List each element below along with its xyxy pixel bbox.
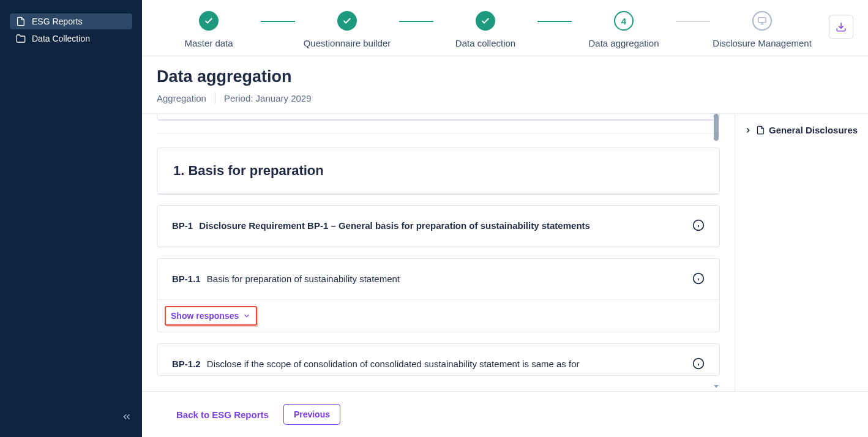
requirement-text: Disclosure Requirement BP-1 – General ba… (199, 220, 590, 231)
scrollbar-down-arrow[interactable] (714, 385, 719, 390)
file-icon (756, 125, 765, 135)
step-disclosure-management[interactable]: Disclosure Management (710, 11, 814, 48)
content-side-panel: General Disclosures (735, 114, 868, 391)
step-connector (537, 21, 572, 22)
requirement-card-bp-1: BP-1 Disclosure Requirement BP-1 – Gener… (157, 205, 720, 247)
info-icon[interactable] (692, 272, 705, 285)
presentation-icon (757, 16, 767, 26)
step-label: Questionnaire builder (304, 38, 391, 48)
requirement-code: BP-1.2 (172, 359, 201, 369)
download-icon (836, 21, 847, 32)
step-master-data[interactable]: Master data (157, 11, 261, 48)
requirement-code: BP-1 (172, 220, 193, 231)
chevron-right-icon (744, 126, 752, 135)
sidebar-item-data-collection[interactable]: Data Collection (10, 31, 132, 47)
sidebar-item-label: ESG Reports (32, 17, 82, 26)
requirement-footer: Show responses (157, 299, 719, 332)
requirement-code: BP-1.1 (172, 274, 201, 284)
requirement-text: Basis for preparation of sustainability … (207, 274, 400, 284)
side-item-general-disclosures[interactable]: General Disclosures (744, 125, 859, 135)
back-to-reports-link[interactable]: Back to ESG Reports (176, 409, 269, 420)
svg-rect-0 (758, 18, 766, 23)
period-label: Period: January 2029 (224, 93, 312, 103)
step-connector (399, 21, 433, 22)
requirement-title: BP-1 Disclosure Requirement BP-1 – Gener… (172, 219, 590, 233)
page-header: Data aggregation Aggregation Period: Jan… (142, 56, 868, 114)
footer: Back to ESG Reports Previous (142, 391, 868, 437)
show-responses-button[interactable]: Show responses (165, 306, 257, 326)
step-data-collection[interactable]: Data collection (433, 11, 537, 48)
step-label: Disclosure Management (713, 38, 812, 48)
section-title: 1. Basis for preparation (173, 163, 703, 179)
main: Master data Questionnaire builder Data c… (142, 0, 868, 437)
step-label: Data aggregation (588, 38, 659, 48)
page-title: Data aggregation (157, 67, 853, 86)
chevron-down-icon (242, 312, 251, 320)
step-questionnaire-builder[interactable]: Questionnaire builder (295, 11, 399, 48)
step-data-aggregation[interactable]: 4 Data aggregation (572, 11, 676, 48)
meta-separator (215, 92, 215, 103)
step-label: Data collection (455, 38, 515, 48)
requirement-title: BP-1.2 Disclose if the scope of consolid… (172, 357, 580, 372)
sidebar-item-esg-reports[interactable]: ESG Reports (10, 13, 132, 29)
sidebar-collapse-button[interactable] (121, 411, 132, 425)
step-label: Master data (184, 38, 233, 48)
download-button[interactable] (829, 15, 853, 39)
requirement-card-bp-1-1: BP-1.1 Basis for preparation of sustaina… (157, 258, 720, 333)
side-item-label: General Disclosures (769, 125, 858, 135)
show-responses-label: Show responses (171, 311, 239, 321)
file-icon (16, 17, 26, 26)
breadcrumb: Aggregation (157, 93, 206, 103)
divider (157, 133, 720, 134)
content-main: 1. Basis for preparation BP-1 Disclosure… (142, 114, 735, 391)
requirement-card-bp-1-2: BP-1.2 Disclose if the scope of consolid… (157, 343, 720, 376)
step-connector (676, 21, 710, 22)
chevrons-left-icon (121, 411, 132, 422)
check-icon (204, 16, 214, 26)
page-meta: Aggregation Period: January 2029 (157, 92, 853, 103)
requirement-title: BP-1.1 Basis for preparation of sustaina… (172, 272, 400, 286)
sidebar-item-label: Data Collection (32, 34, 90, 43)
stepper-row: Master data Questionnaire builder Data c… (142, 0, 868, 56)
sidebar: ESG Reports Data Collection (0, 0, 142, 437)
previous-card-edge (157, 114, 720, 120)
step-connector (261, 21, 295, 22)
info-icon[interactable] (692, 219, 705, 231)
requirement-text: Disclose if the scope of consolidation o… (207, 359, 580, 369)
step-circle (337, 11, 357, 31)
step-circle (476, 11, 495, 31)
step-circle: 4 (614, 11, 634, 31)
check-icon (481, 16, 490, 26)
check-icon (342, 16, 352, 26)
scrollbar-thumb[interactable] (714, 114, 719, 141)
previous-button[interactable]: Previous (283, 404, 340, 425)
stepper: Master data Questionnaire builder Data c… (157, 11, 814, 48)
info-icon[interactable] (692, 357, 705, 370)
section-card: 1. Basis for preparation (157, 148, 720, 194)
step-circle (752, 11, 772, 31)
step-circle (199, 11, 219, 31)
folder-icon (16, 34, 26, 43)
content-wrap: 1. Basis for preparation BP-1 Disclosure… (142, 114, 868, 391)
